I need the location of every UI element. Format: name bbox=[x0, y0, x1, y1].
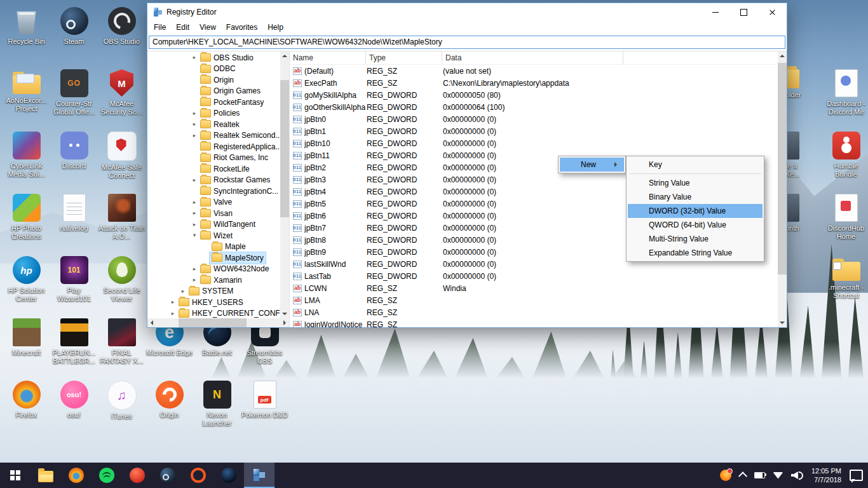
column-header-type[interactable]: Type bbox=[366, 51, 442, 64]
tree-item[interactable]: ▸ Visan bbox=[147, 208, 280, 219]
tree-expander-icon[interactable]: ▸ bbox=[191, 111, 198, 116]
menubar-item[interactable]: Edit bbox=[171, 21, 194, 34]
scrollbar-thumb[interactable] bbox=[280, 80, 289, 217]
tray-firefox-icon[interactable] bbox=[720, 470, 731, 481]
tree-item[interactable]: ▾ Wizet bbox=[147, 230, 280, 241]
context-menu-new-item[interactable]: New bbox=[560, 158, 624, 172]
desktop-icon[interactable]: McAfee Safe Connect bbox=[98, 131, 146, 180]
tree-item[interactable]: Origin Games bbox=[147, 86, 280, 97]
jpBtn1[interactable]: jpBtn1 REG_DWORD 0x00000000 (0) bbox=[290, 125, 778, 137]
tree-item[interactable]: ▸ OBS Studio bbox=[147, 52, 280, 64]
desktop-icon[interactable]: AoNoExcor... Project bbox=[3, 69, 50, 113]
submenu-item[interactable]: DWORD (32-bit) Value bbox=[628, 204, 763, 218]
desktop-icon[interactable]: Recycle Bin bbox=[3, 6, 50, 46]
jpBtn10[interactable]: jpBtn10 REG_DWORD 0x00000000 (0) bbox=[290, 137, 778, 149]
scrollbar-thumb[interactable] bbox=[778, 63, 787, 274]
tree-expander-icon[interactable]: ▸ bbox=[179, 288, 187, 294]
desktop-icon[interactable]: Dashboard - Discord Me bbox=[822, 69, 868, 116]
desktop-icon[interactable]: .minecraft - Shortcut bbox=[822, 255, 868, 300]
desktop-icon[interactable]: Counter-Str Global Offe... bbox=[50, 69, 98, 116]
desktop-icon[interactable]: PLAYERUN... BATTLEGR... bbox=[50, 318, 98, 365]
taskbar-button-app-red[interactable] bbox=[122, 463, 153, 488]
tree-expander-icon[interactable]: ▸ bbox=[191, 200, 198, 205]
submenu-item[interactable]: Binary Value bbox=[628, 190, 763, 204]
tree-expander-icon[interactable]: ▸ bbox=[191, 55, 198, 60]
tree-expander-icon[interactable]: ▸ bbox=[191, 222, 198, 227]
battery-icon[interactable] bbox=[754, 472, 765, 478]
submenu-item[interactable]: Key bbox=[628, 158, 763, 172]
tree-item[interactable]: ▸ Realtek bbox=[147, 119, 280, 130]
desktop-icon[interactable]: Pokemon D&D bbox=[241, 380, 288, 419]
submenu-item[interactable]: Expandable String Value bbox=[628, 246, 763, 260]
wifi-icon[interactable] bbox=[773, 472, 783, 479]
tree-item[interactable]: ▸ Valve bbox=[147, 197, 280, 208]
tree-item[interactable]: SyncIntegrationC... bbox=[147, 186, 280, 197]
LastTab[interactable]: LastTab REG_DWORD 0x00000000 (0) bbox=[290, 270, 778, 282]
tree-item[interactable]: ▸ HKEY_CURRENT_CONFIG bbox=[147, 308, 280, 319]
tree-item[interactable]: Riot Games, Inc bbox=[147, 152, 280, 164]
tree-expander-icon[interactable]: ▸ bbox=[191, 177, 198, 183]
tree-expander-icon[interactable]: ▸ bbox=[191, 277, 198, 283]
taskbar-button-firefox[interactable] bbox=[61, 463, 92, 488]
menubar-item[interactable]: Help bbox=[262, 21, 288, 34]
list-vertical-scrollbar[interactable] bbox=[778, 51, 787, 327]
tree-item[interactable]: ▸ Realtek Semicond... bbox=[147, 130, 280, 142]
desktop-icon[interactable]: Discord bbox=[50, 131, 98, 170]
tree-item[interactable]: ▸ HKEY_USERS bbox=[147, 297, 280, 308]
tree-item[interactable]: ODBC bbox=[147, 64, 280, 75]
desktop-icon[interactable]: Firefox bbox=[3, 380, 50, 419]
(Default)[interactable]: (Default) REG_SZ (value not set) bbox=[290, 65, 778, 77]
tree-vertical-scrollbar[interactable] bbox=[280, 51, 289, 318]
tree-item[interactable]: Maple bbox=[147, 241, 280, 253]
address-bar[interactable]: Computer\HKEY_LOCAL_MACHINE\SOFTWARE\WOW… bbox=[149, 36, 785, 49]
tree-item[interactable]: ▸ Rockstar Games bbox=[147, 175, 280, 186]
scroll-up-icon[interactable] bbox=[778, 51, 787, 60]
desktop-icon[interactable]: FINAL FANTASY X... bbox=[98, 318, 146, 365]
tree-expander-icon[interactable]: ▸ bbox=[169, 299, 177, 305]
desktop-icon[interactable]: HP Solution Center bbox=[3, 255, 50, 303]
jpBtn0[interactable]: jpBtn0 REG_DWORD 0x00000000 (0) bbox=[290, 113, 778, 125]
taskbar-button-file-explorer[interactable] bbox=[31, 463, 61, 488]
column-header-data[interactable]: Data bbox=[442, 51, 623, 64]
tree-item[interactable]: PocketFantasy bbox=[147, 97, 280, 108]
desktop-icon[interactable]: te a Ke... bbox=[785, 131, 811, 179]
tree-expander-icon[interactable]: ▸ bbox=[191, 121, 198, 127]
tree-item[interactable]: ▸ WOW6432Node bbox=[147, 264, 280, 275]
desktop-icon[interactable]: Steam bbox=[50, 6, 98, 46]
column-header-name[interactable]: Name bbox=[290, 51, 366, 64]
LMA[interactable]: LMA REG_SZ bbox=[290, 294, 778, 306]
desktop-icon[interactable]: iTunes bbox=[98, 380, 146, 421]
start-button[interactable] bbox=[0, 463, 31, 488]
desktop-icon[interactable]: older bbox=[785, 69, 811, 99]
taskbar-button-registry-editor[interactable] bbox=[244, 463, 275, 488]
tree-expander-icon[interactable]: ▸ bbox=[191, 266, 198, 272]
tree-expander-icon[interactable]: ▸ bbox=[169, 311, 177, 316]
LNA[interactable]: LNA REG_SZ bbox=[290, 306, 778, 318]
desktop-icon[interactable]: Second Life Viewer bbox=[98, 255, 146, 303]
desktop-icon[interactable]: CyberLink Media Sui... bbox=[3, 131, 50, 179]
scroll-up-icon[interactable] bbox=[280, 51, 289, 60]
submenu-item[interactable]: Multi-String Value bbox=[628, 232, 763, 246]
goOtherSkillAlpha[interactable]: goOtherSkillAlpha REG_DWORD 0x00000064 (… bbox=[290, 101, 778, 113]
volume-icon[interactable] bbox=[791, 471, 803, 480]
tree-item[interactable]: ▸ Policies bbox=[147, 108, 280, 119]
action-center-icon[interactable] bbox=[850, 470, 863, 481]
tree-horizontal-scrollbar[interactable] bbox=[147, 318, 289, 327]
minimize-button[interactable] bbox=[701, 3, 729, 21]
maximize-button[interactable] bbox=[729, 3, 758, 21]
ExecPath[interactable]: ExecPath REG_SZ C:\Nexon\Library\maplest… bbox=[290, 77, 778, 89]
desktop-icon[interactable]: Minecraft bbox=[3, 318, 50, 357]
desktop-icon[interactable]: osu! bbox=[50, 380, 98, 419]
close-button[interactable] bbox=[758, 3, 787, 21]
desktop-icon[interactable]: Humble Bundle bbox=[822, 131, 868, 179]
desktop-icon[interactable]: Play Wizard101 bbox=[50, 255, 98, 303]
desktop-icon[interactable]: nativelog bbox=[50, 193, 98, 233]
LCWN[interactable]: LCWN REG_SZ Windia bbox=[290, 282, 778, 294]
loginWordINotice[interactable]: loginWordINotice REG_SZ bbox=[290, 318, 778, 327]
tree-expander-icon[interactable]: ▸ bbox=[191, 210, 198, 216]
desktop-icon[interactable]: Origin bbox=[146, 380, 193, 419]
menubar-item[interactable]: File bbox=[149, 21, 171, 34]
scroll-right-icon[interactable] bbox=[280, 318, 289, 327]
desktop-icon[interactable]: OBS Studio bbox=[98, 6, 146, 46]
tree-item[interactable]: RegisteredApplica... bbox=[147, 141, 280, 152]
